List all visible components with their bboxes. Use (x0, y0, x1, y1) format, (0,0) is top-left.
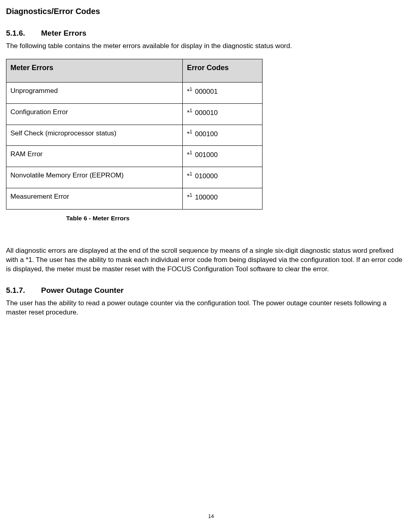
table-row: Measurement Error*1 100000 (6, 188, 263, 209)
table-caption: Table 6 - Meter Errors (66, 214, 406, 222)
table-row: Configuration Error*1 000010 (6, 103, 263, 125)
error-code-cell: *1 100000 (183, 188, 263, 209)
section-heading-meter-errors: 5.1.6.Meter Errors (6, 28, 406, 38)
error-name-cell: Unprogrammed (6, 83, 183, 104)
error-code-cell: *1 001000 (183, 146, 263, 167)
error-name-cell: Nonvolatile Memory Error (EEPROM) (6, 167, 183, 188)
table-row: Unprogrammed*1 000001 (6, 83, 263, 104)
code-superscript: 1 (190, 150, 192, 155)
page-container: Diagnostics/Error Codes 5.1.6.Meter Erro… (6, 6, 406, 526)
table-row: Nonvolatile Memory Error (EEPROM)*1 0100… (6, 167, 263, 188)
error-name-cell: Measurement Error (6, 188, 183, 209)
meter-errors-body: All diagnostic errors are displayed at t… (6, 246, 406, 274)
error-name-cell: Configuration Error (6, 103, 183, 125)
code-value: 000100 (193, 130, 218, 137)
power-outage-body: The user has the ability to read a power… (6, 299, 406, 317)
error-code-cell: *1 010000 (183, 167, 263, 188)
code-superscript: 1 (190, 129, 192, 135)
page-number: 14 (6, 513, 410, 520)
error-code-cell: *1 000010 (183, 103, 263, 125)
table-row: Self Check (microprocessor status)*1 000… (6, 125, 263, 146)
table-header-col2: Error Codes (183, 59, 263, 82)
page-title: Diagnostics/Error Codes (6, 6, 406, 16)
error-name-cell: Self Check (microprocessor status) (6, 125, 183, 146)
section-title: Meter Errors (41, 29, 87, 37)
error-code-cell: *1 000100 (183, 125, 263, 146)
meter-errors-table: Meter Errors Error Codes Unprogrammed*1 … (6, 59, 263, 210)
code-value: 010000 (193, 172, 218, 180)
code-value: 100000 (193, 193, 218, 201)
section-number: 5.1.6. (6, 28, 25, 38)
table-row: RAM Error*1 001000 (6, 146, 263, 167)
error-name-cell: RAM Error (6, 146, 183, 167)
code-superscript: 1 (190, 108, 192, 113)
code-superscript: 1 (190, 171, 192, 177)
code-value: 000010 (193, 109, 218, 116)
section-heading-power-outage: 5.1.7.Power Outage Counter (6, 286, 406, 296)
code-value: 001000 (193, 151, 218, 159)
code-superscript: 1 (190, 192, 192, 198)
code-superscript: 1 (190, 87, 192, 92)
code-value: 000001 (193, 88, 218, 95)
table-header-col1: Meter Errors (6, 59, 183, 82)
meter-errors-intro: The following table contains the meter e… (6, 42, 406, 51)
section-number: 5.1.7. (6, 286, 25, 296)
section-title: Power Outage Counter (41, 286, 124, 294)
error-code-cell: *1 000001 (183, 83, 263, 104)
